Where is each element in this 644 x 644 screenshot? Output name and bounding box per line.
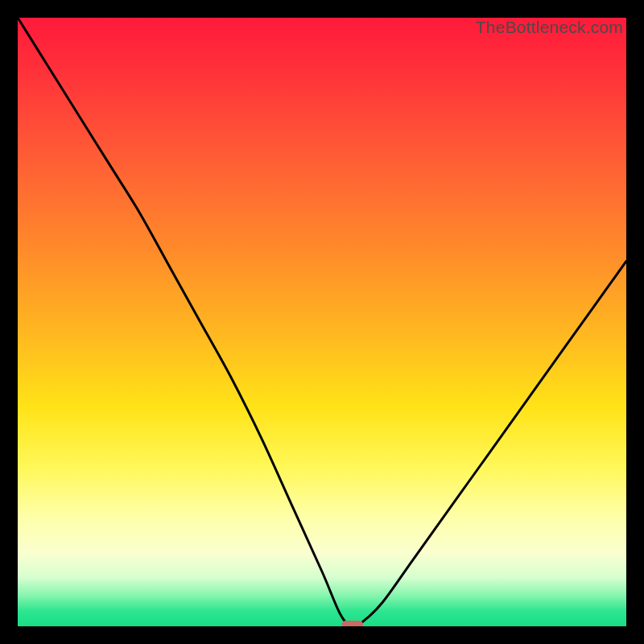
plot-area: TheBottleneck.com [18,18,626,626]
chart-container: TheBottleneck.com [0,0,644,644]
bottleneck-curve [18,18,626,626]
bottleneck-curve-svg [18,18,626,626]
minimum-marker [342,621,364,626]
